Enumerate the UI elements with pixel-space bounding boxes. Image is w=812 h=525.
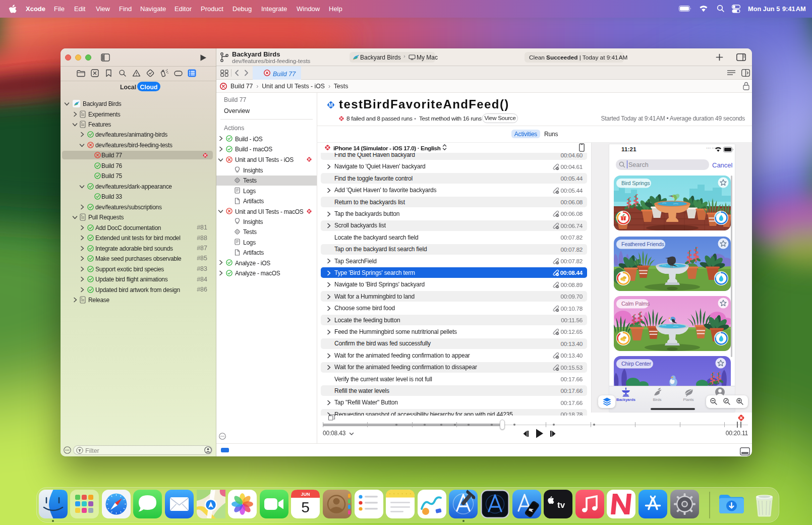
svg-text:5: 5 — [301, 499, 310, 515]
svg-text:tv: tv — [557, 500, 565, 510]
svg-text:Chirp Center: Chirp Center — [621, 361, 651, 367]
svg-text:M: M — [329, 102, 333, 108]
svg-text:Bird Springs: Bird Springs — [621, 180, 650, 186]
svg-text:Calm Palms: Calm Palms — [621, 301, 650, 307]
svg-text:Feathered Friends: Feathered Friends — [621, 241, 665, 247]
svg-text:JUN: JUN — [301, 492, 310, 497]
